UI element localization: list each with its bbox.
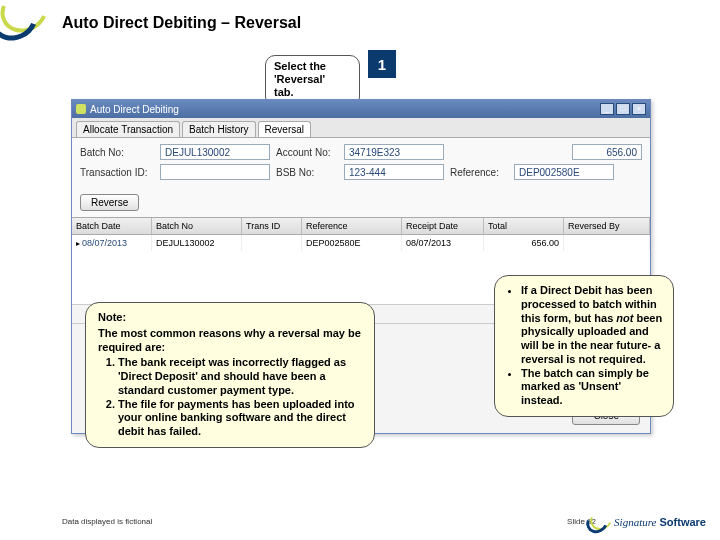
window-titlebar: Auto Direct Debiting _ □ × [72,100,650,118]
col-trans-id[interactable]: Trans ID [242,218,302,234]
tab-strip: Allocate Transaction Batch History Rever… [72,118,650,138]
grid-header: Batch Date Batch No Trans ID Reference R… [72,217,650,235]
reference-label: Reference: [450,167,508,178]
cell-reference: DEP002580E [302,235,402,251]
tab-allocate-transaction[interactable]: Allocate Transaction [76,121,180,137]
callout-right: If a Direct Debit has been processed to … [494,275,674,417]
cell-reversed-by [564,235,650,251]
cell-total: 656.00 [484,235,564,251]
batch-no-label: Batch No: [80,147,154,158]
bsb-no-field[interactable]: 123-444 [344,164,444,180]
reference-field[interactable]: DEP002580E [514,164,614,180]
col-total[interactable]: Total [484,218,564,234]
logo-text-signature: Signature [614,516,656,528]
note-heading: Note: [98,311,126,323]
cell-trans-id [242,235,302,251]
batch-no-field[interactable]: DEJUL130002 [160,144,270,160]
reverse-button[interactable]: Reverse [80,194,139,211]
form-area: Batch No: DEJUL130002 Account No: 34719E… [72,138,650,190]
bsb-no-label: BSB No: [276,167,338,178]
account-no-field[interactable]: 34719E323 [344,144,444,160]
col-reference[interactable]: Reference [302,218,402,234]
brand-swoosh-top [0,0,60,70]
right-note-item: If a Direct Debit has been processed to … [521,284,663,367]
account-no-label: Account No: [276,147,338,158]
logo-text-software: Software [660,516,706,528]
note-item: The file for payments has been uploaded … [118,398,362,439]
app-icon [76,104,86,114]
window-title-text: Auto Direct Debiting [90,104,179,115]
row-selector-icon: ▸ [76,239,80,248]
tab-reversal[interactable]: Reversal [258,121,311,137]
slide-title: Auto Direct Debiting – Reversal [62,14,301,32]
callout-line: Select the [274,60,351,73]
tab-batch-history[interactable]: Batch History [182,121,255,137]
cell-batch-date: 08/07/2013 [82,238,127,248]
footer-logo: Signature Software [586,510,706,534]
callout-line: tab. [274,86,351,99]
col-receipt-date[interactable]: Receipt Date [402,218,484,234]
col-batch-date[interactable]: Batch Date [72,218,152,234]
amount-field[interactable]: 656.00 [572,144,642,160]
footer-disclaimer: Data displayed is fictional [62,517,152,526]
cell-batch-no: DEJUL130002 [152,235,242,251]
col-reversed-by[interactable]: Reversed By [564,218,650,234]
cell-receipt-date: 08/07/2013 [402,235,484,251]
right-note-item: The batch can simply be marked as 'Unsen… [521,367,663,408]
callout-note: Note: The most common reasons why a reve… [85,302,375,448]
minimize-icon[interactable]: _ [600,103,614,115]
col-batch-no[interactable]: Batch No [152,218,242,234]
step-number-badge: 1 [368,50,396,78]
note-intro: The most common reasons why a reversal m… [98,327,362,355]
logo-swoosh-icon [586,510,612,534]
note-item: The bank receipt was incorrectly flagged… [118,356,362,397]
transaction-id-label: Transaction ID: [80,167,154,178]
transaction-id-field[interactable] [160,164,270,180]
callout-line: 'Reversal' [274,73,351,86]
table-row[interactable]: ▸08/07/2013 DEJUL130002 DEP002580E 08/07… [72,235,650,251]
maximize-icon[interactable]: □ [616,103,630,115]
close-icon[interactable]: × [632,103,646,115]
